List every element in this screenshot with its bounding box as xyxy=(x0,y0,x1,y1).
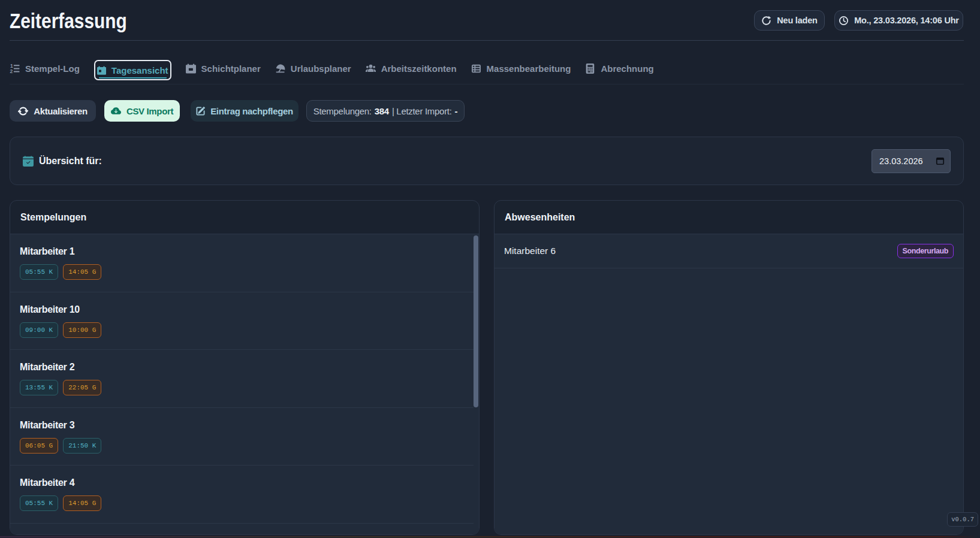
svg-text:2: 2 xyxy=(10,68,13,74)
